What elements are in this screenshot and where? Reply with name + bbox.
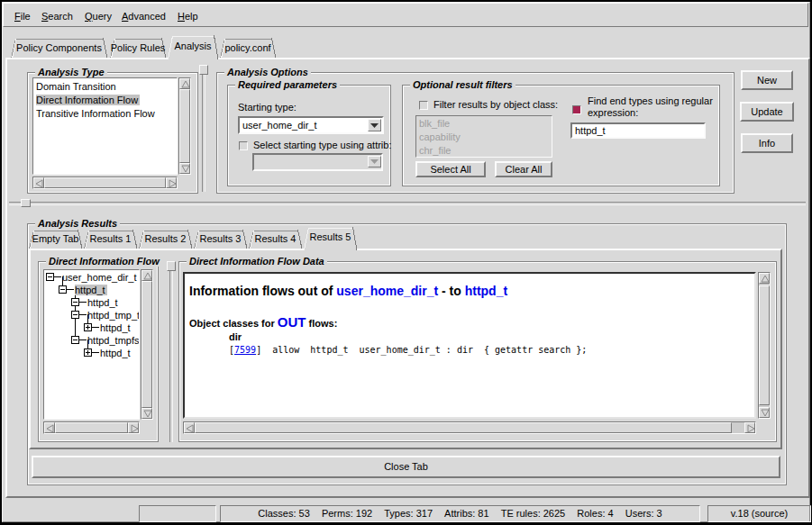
starting-type-label: Starting type:	[238, 102, 297, 113]
update-button[interactable]: Update	[740, 102, 794, 122]
results-sash-handle[interactable]	[167, 261, 176, 271]
flow-data-hscrollbar[interactable]	[183, 421, 756, 434]
regex-checkbox[interactable]	[572, 105, 581, 114]
tab-results-4[interactable]: Results 4	[249, 230, 302, 249]
menu-search[interactable]: Search	[41, 11, 73, 22]
list-item[interactable]: Direct Information Flow	[36, 94, 177, 107]
status-box-stats: Classes: 53 Perms: 192 Types: 317 Attrib…	[220, 505, 700, 522]
flow-heading: Information flows out of user_home_dir_t…	[189, 284, 507, 298]
regex-checkbox-label: Find end types using regular expression:	[588, 95, 713, 119]
menu-file[interactable]: File	[14, 11, 31, 22]
attrib-combobox	[252, 153, 383, 171]
tab-policy-conf[interactable]: policy.conf	[220, 38, 276, 59]
flow-tree-vscrollbar[interactable]	[141, 269, 153, 420]
list-item: capability	[419, 131, 552, 144]
flow-data-vscrollbar[interactable]	[758, 272, 771, 419]
tab-empty-tab[interactable]: Empty Tab	[29, 230, 82, 249]
stat-roles: Roles: 4	[577, 508, 613, 519]
filter-object-class-checkbox[interactable]	[419, 101, 428, 110]
apol-window: File Search Query Advanced Help Policy C…	[0, 0, 812, 525]
tab-analysis[interactable]: Analysis	[168, 35, 218, 59]
object-class-name: dir	[229, 331, 242, 342]
analysis-results-title: Analysis Results	[35, 218, 120, 229]
required-parameters-frame: Required parameters	[227, 85, 391, 186]
tab-policy-rules[interactable]: Policy Rules	[110, 38, 166, 59]
attrib-checkbox[interactable]	[239, 141, 248, 150]
tree-node[interactable]: httpd_tmpfs_t	[87, 335, 140, 346]
analysis-type-title: Analysis Type	[35, 67, 107, 77]
clear-all-button[interactable]: Clear All	[495, 161, 552, 177]
flow-tree[interactable]: user_home_dir_t httpd_t httpd_t httpd_tm…	[43, 269, 140, 420]
object-class-listbox: blk_file capability chr_file	[415, 115, 552, 158]
tree-expand-box[interactable]	[71, 311, 79, 319]
analysis-options-title: Analysis Options	[224, 67, 311, 77]
tree-node[interactable]: httpd_t	[87, 297, 118, 308]
tree-node[interactable]: httpd_t	[100, 322, 131, 333]
tree-expand-box[interactable]	[59, 285, 67, 294]
regex-entry[interactable]: httpd_t	[570, 122, 706, 139]
tree-expand-box[interactable]	[71, 298, 79, 306]
flow-data-text[interactable]: Information flows out of user_home_dir_t…	[183, 272, 756, 419]
menu-query[interactable]: Query	[85, 11, 112, 22]
tree-expand-box[interactable]	[84, 348, 92, 357]
list-item[interactable]: Domain Transition	[36, 80, 177, 94]
stat-te-rules: TE rules: 2625	[501, 508, 566, 519]
tree-node[interactable]: httpd_tmp_t	[87, 310, 140, 321]
rule-line: [7599] allow httpd_t user_home_dir_t : d…	[229, 345, 587, 355]
tab-policy-components[interactable]: Policy Components	[11, 38, 107, 59]
flow-tree-hscrollbar[interactable]	[43, 421, 140, 434]
tree-expand-box[interactable]	[46, 273, 54, 281]
results-sash-line[interactable]	[169, 271, 173, 442]
tree-node[interactable]: user_home_dir_t	[62, 272, 137, 283]
filter-object-class-label: Filter results by object class:	[433, 99, 558, 110]
flow-data-title: Direct Information Flow Data	[187, 256, 327, 267]
info-button[interactable]: Info	[741, 133, 793, 153]
tree-node[interactable]: httpd_t	[100, 348, 131, 358]
stat-classes: Classes: 53	[258, 508, 309, 519]
tab-results-3[interactable]: Results 3	[194, 230, 247, 249]
menu-advanced[interactable]: Advanced	[122, 11, 166, 22]
tree-expand-box[interactable]	[84, 323, 92, 331]
menu-help[interactable]: Help	[178, 11, 198, 22]
new-button[interactable]: New	[741, 70, 793, 90]
flow-tree-title: Direct Information Flow T	[46, 256, 160, 267]
hpane-sash-line[interactable]	[9, 202, 806, 205]
stat-perms: Perms: 192	[322, 508, 372, 519]
hpane-sash-handle[interactable]	[21, 199, 31, 207]
status-box-version: v.18 (source)	[707, 505, 811, 522]
optional-filters-title: Optional result filters	[410, 79, 515, 90]
pane-sash-handle[interactable]	[199, 65, 208, 75]
required-parameters-title: Required parameters	[235, 79, 340, 90]
analysis-type-hscrollbar[interactable]	[32, 177, 178, 189]
flow-subheading: Object classes for OUT flows:	[189, 314, 337, 330]
menu-bar: File Search Query Advanced Help	[3, 3, 808, 27]
analysis-type-listbox[interactable]: Domain Transition Direct Information Flo…	[32, 77, 178, 175]
list-item[interactable]: Transitive Information Flow	[36, 107, 177, 121]
tab-results-1[interactable]: Results 1	[84, 230, 137, 249]
select-all-button[interactable]: Select All	[415, 161, 486, 177]
list-item: chr_file	[419, 144, 552, 158]
stat-attribs: Attribs: 81	[444, 508, 489, 519]
close-tab-button[interactable]: Close Tab	[32, 456, 780, 478]
tree-expand-box[interactable]	[71, 336, 79, 344]
stat-types: Types: 317	[384, 508, 433, 519]
analysis-type-vscrollbar[interactable]	[178, 77, 191, 175]
rule-id-link[interactable]: 7599	[234, 345, 256, 355]
starting-type-dropdown-arrow[interactable]	[368, 119, 381, 131]
starting-type-combobox[interactable]: user_home_dir_t	[238, 116, 384, 134]
tab-results-5[interactable]: Results 5	[304, 227, 357, 250]
pane-sash-line[interactable]	[202, 75, 205, 192]
list-item: blk_file	[419, 117, 552, 131]
stat-users: Users: 3	[625, 508, 662, 519]
status-box-empty	[139, 505, 216, 522]
tab-results-2[interactable]: Results 2	[139, 230, 192, 249]
tree-node[interactable]: httpd_t	[75, 285, 107, 295]
attrib-checkbox-label: Select starting type using attrib:	[253, 140, 391, 150]
attrib-dropdown-arrow	[368, 156, 381, 167]
